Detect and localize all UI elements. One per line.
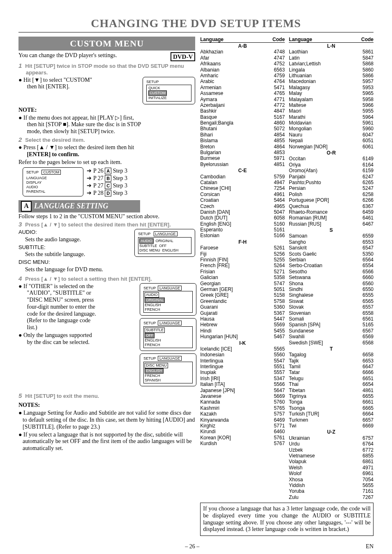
lang-row: Ukrainian6757 (289, 435, 374, 441)
setup-menu-diagram: SETUP QUICK CUSTOM INITIALIZE (143, 77, 195, 104)
option-menu-diagram: SETUP LANGUAGEAUDIOORIGINALENGLISHFRENCH (140, 283, 196, 316)
lang-row: Latvian;Lettish5868 (289, 61, 374, 67)
menu-item: QUICK (148, 86, 189, 90)
menu-item: LANGUAGE (26, 176, 80, 180)
lang-row: Siswat6565 (289, 298, 374, 304)
lang-group-header: O-R (289, 150, 374, 156)
lang-row: Pashto;Pushto6265 (289, 180, 374, 185)
lang-row: English [ENG]5160 (200, 221, 285, 227)
lang-row: Inupiak5557 (200, 369, 285, 375)
lang-table-left: A-BAbkhazian4748Afar4747Afrikaans4752Alb… (200, 43, 285, 447)
option-menu-diagram: SETUP LANGUAGESUBTITLEOFFENGLISHFRENCH (140, 318, 196, 351)
lang-row: Kashmiri5765 (200, 405, 285, 411)
lang-row: Faroese5261 (200, 245, 285, 251)
lang-row: Xhosa7054 (289, 477, 374, 482)
lang-row: Welsh4971 (289, 465, 374, 471)
lang-row: Occitan6149 (289, 156, 374, 162)
lang-row: Tagalog6658 (289, 352, 374, 358)
lang-row: Guarani5360 (200, 304, 285, 310)
lang-row: Tibetan4861 (289, 388, 374, 393)
lang-row: Latin5847 (289, 55, 374, 61)
lang-row: Serbian6564 (289, 257, 374, 263)
lang-row: Bislama4855 (200, 138, 285, 143)
lang-row: Polish6258 (289, 192, 374, 197)
lang-table-right: L-NLaothian5861Latin5847Latvian;Lettish5… (289, 43, 374, 500)
lang-header-right: LanguageCode (289, 37, 374, 43)
press-select: ● Press [▲ / ▼] to select the desired it… (23, 144, 195, 158)
dvd-v-badge: DVD-V (171, 52, 195, 61)
lang-row: Yoruba7161 (289, 488, 374, 494)
lang-row: Fiji5256 (200, 251, 285, 257)
lang-row: Setswana6660 (289, 275, 374, 280)
lang-row: French [FRE]5264 (200, 263, 285, 268)
menu-row: DISC MENU ENGLISH (139, 248, 190, 253)
lang-row: Danish [DAN]5047 (200, 209, 285, 215)
step-2: 2Select the desired item. (26, 136, 195, 143)
lang-row: Indonesian5560 (200, 352, 285, 358)
lang-row: Telugu6651 (289, 376, 374, 381)
lang-row: Kinyarwanda6469 (200, 417, 285, 423)
lang-row: Afar4747 (200, 55, 285, 61)
page-ref: ➔ P 27 B Step 3 (87, 175, 127, 182)
note-heading: NOTE: (18, 107, 195, 114)
menu-item-hi: CUSTOM (148, 90, 167, 96)
custom-menu-diagram: SETUP CUSTOM LANGUAGE DISPLAY AUDIO PARE… (23, 167, 83, 196)
section-title: LANGUAGE SETTING (34, 202, 108, 211)
lang-row: Aymara4771 (200, 97, 285, 102)
lang-row: Interlingue5551 (200, 364, 285, 369)
lang-row: Kirundi6460 (200, 429, 285, 434)
page-title: CHANGING THE DVD SETUP ITEMS (18, 16, 374, 32)
lang-row: Korean [KOR]5761 (200, 435, 285, 441)
menu-item: DISPLAY (26, 180, 80, 185)
page-number: – 26 – EN (18, 543, 374, 550)
lang-row: Sanskrit6547 (289, 245, 374, 251)
lang-row: Interlingua5547 (200, 358, 285, 364)
step-1-text: Hit [SETUP] twice in STOP mode so that t… (25, 63, 184, 76)
lang-row: Bashkir4847 (200, 108, 285, 114)
note-b: ● If you select a language that is not s… (23, 432, 195, 452)
lang-group-header: S (289, 227, 374, 233)
lang-row: Swedish [SWE]6568 (289, 340, 374, 346)
step-3: 3Press [▲ / ▼] to select the desired ite… (26, 221, 195, 228)
discmenu-sub: Sets the language for DVD menu. (25, 266, 195, 273)
intro-text: You can change the DVD player's settings… (18, 52, 195, 59)
lang-row: Arabic4764 (200, 78, 285, 84)
lang-row: Zulu7267 (289, 494, 374, 500)
lang-row: Armenian5471 (200, 85, 285, 90)
lang-row: Irish [IRI]5347 (200, 376, 285, 381)
lang-row: Tsonga6665 (289, 405, 374, 411)
lang-row: Malay5965 (289, 90, 374, 96)
lang-row: Oromo(Afan)6159 (289, 168, 374, 173)
note-a: ● Language Setting for Audio and Subtitl… (23, 410, 195, 430)
lang-row: Spanish [SPA]5165 (289, 322, 374, 328)
lang-row: Azerbaijani4772 (200, 102, 285, 108)
lang-row: Swahili6569 (289, 334, 374, 339)
lang-row: Samoan6559 (289, 233, 374, 239)
menu-item: PARENTAL (26, 189, 80, 194)
lang-row: Croatian5464 (200, 197, 285, 203)
lang-row: Sangho6553 (289, 239, 374, 245)
page-refs: ➔ P 26 A Step 3➔ P 27 B Step 3➔ P 27 C S… (87, 167, 127, 196)
lang-header-left: LanguageCode (200, 37, 285, 43)
lang-row: Turkmen6657 (289, 417, 374, 423)
lang-row: Turkish [TUR]6664 (289, 411, 374, 417)
lang-row: Tajik6653 (289, 358, 374, 364)
lang-row: Japanese [JPN]5647 (200, 388, 285, 393)
lang-row: Moldavian5961 (289, 120, 374, 126)
lang-row: Tamil6647 (289, 364, 374, 369)
lang-row: German [GER]5051 (200, 286, 285, 292)
step-3-text: Press [▲ / ▼] to select the desired item… (25, 222, 171, 228)
discmenu-heading: DISC MENU: (18, 259, 195, 265)
menu-row: SUBTITLE OFF (139, 244, 190, 248)
lang-row: Assamese4765 (200, 90, 285, 96)
step-4-text: Press [▲ / ▼] to select a setting then h… (25, 276, 152, 282)
language-menu-diagram: SETUP LANGUAGE AUDIO ORIGINALSUBTITLE OF… (134, 229, 195, 256)
lang-row: Burmese5971 (200, 155, 285, 161)
step-4: 4Press [▲ / ▼] to select a setting then … (26, 275, 195, 282)
lang-row: Basque5167 (200, 114, 285, 120)
lang-row: Hausa5447 (200, 316, 285, 322)
lang-row: Estonian5166 (200, 233, 285, 238)
page-ref: ➔ P 28 D Step 3 (87, 189, 127, 197)
lang-row: Shona6560 (289, 281, 374, 286)
lang-row: Macedonian5957 (289, 78, 374, 84)
